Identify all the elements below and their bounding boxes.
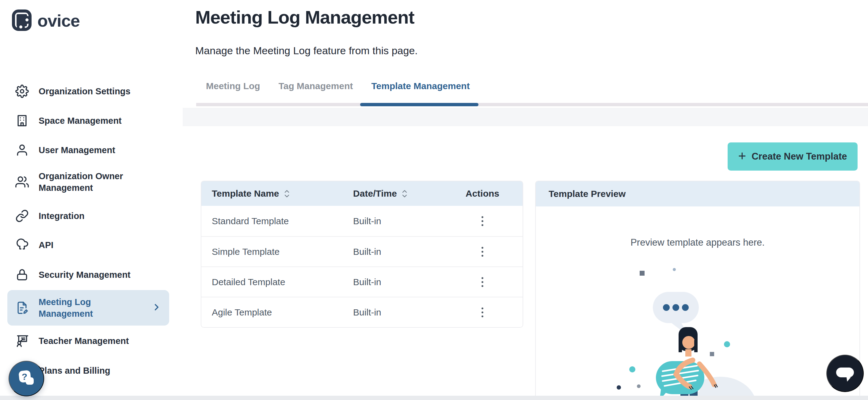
help-button[interactable]: ?: [8, 361, 44, 396]
sidebar-item-organization-owner-management[interactable]: Organization Owner Management: [7, 165, 169, 199]
app-window: ovice Organization Settings Space Manage…: [0, 0, 868, 400]
building-icon: [15, 113, 29, 128]
column-header-actions: Actions: [442, 188, 523, 199]
sidebar-item-security-management[interactable]: Security Management: [7, 265, 169, 285]
sort-icon[interactable]: [402, 190, 407, 198]
page-subtitle: Manage the Meeting Log feature from this…: [195, 45, 418, 57]
sidebar-item-label: Integration: [39, 210, 85, 222]
lock-icon: [15, 267, 29, 282]
table-row[interactable]: Simple Template Built-in: [202, 236, 523, 266]
active-tab-indicator: [360, 103, 478, 106]
sidebar-item-label: Plans and Billing: [39, 365, 110, 376]
preview-panel-title: Template Preview: [536, 181, 860, 206]
sidebar-item-label: Organization Settings: [39, 86, 130, 97]
plus-icon: +: [738, 149, 746, 163]
table-row[interactable]: Detailed Template Built-in: [202, 266, 523, 297]
sidebar-item-api[interactable]: API: [7, 235, 169, 255]
document-edit-icon: [15, 300, 29, 315]
template-name-cell: Simple Template: [202, 246, 343, 257]
help-bubble-icon: ?: [16, 368, 37, 389]
table-row[interactable]: Standard Template Built-in: [202, 206, 523, 236]
sidebar-item-label: Meeting Log Management: [39, 296, 142, 320]
sidebar-item-label: Teacher Management: [39, 335, 129, 347]
table-row[interactable]: Agile Template Built-in: [202, 297, 523, 327]
template-table: Template Name Date/Time Actions: [201, 181, 523, 328]
datetime-cell: Built-in: [343, 307, 442, 318]
main-content: Meeting Log Management Manage the Meetin…: [183, 0, 868, 400]
sidebar: ovice Organization Settings Space Manage…: [0, 0, 183, 400]
datetime-cell: Built-in: [343, 246, 442, 257]
sidebar-item-space-management[interactable]: Space Management: [7, 111, 169, 131]
row-actions-menu-icon[interactable]: [476, 304, 488, 320]
datetime-cell: Built-in: [343, 216, 442, 226]
create-button-label: Create New Template: [751, 151, 847, 162]
sidebar-item-teacher-management[interactable]: Teacher Management: [7, 331, 169, 351]
sidebar-item-label: Organization Owner Management: [39, 170, 162, 194]
tab-track: [196, 103, 868, 106]
ovice-logo[interactable]: ovice: [12, 8, 80, 32]
sidebar-item-integration[interactable]: Integration: [7, 206, 169, 226]
column-header-date-time: Date/Time: [343, 188, 442, 199]
datetime-cell: Built-in: [343, 277, 442, 287]
sort-icon[interactable]: [284, 190, 290, 198]
column-header-template-name: Template Name: [202, 188, 343, 199]
chat-launcher-button[interactable]: [826, 355, 864, 392]
link-icon: [15, 208, 29, 223]
tab-bar: Meeting Log Tag Management Template Mana…: [206, 81, 470, 100]
sidebar-item-label: User Management: [39, 144, 115, 156]
sidebar-item-user-management[interactable]: User Management: [7, 140, 169, 160]
content-background-band: [181, 108, 868, 126]
preview-panel-body: Preview template appears here.: [536, 206, 860, 400]
users-icon: [15, 174, 29, 189]
empty-preview-illustration: [588, 253, 809, 400]
table-header-row: Template Name Date/Time Actions: [202, 181, 523, 206]
sidebar-item-label: API: [39, 239, 53, 251]
brand-name: ovice: [37, 11, 80, 31]
template-name-cell: Standard Template: [202, 216, 343, 226]
svg-text:?: ?: [22, 371, 27, 381]
sidebar-item-label: Space Management: [39, 115, 122, 127]
chevron-right-icon: [151, 302, 162, 313]
sidebar-item-organization-settings[interactable]: Organization Settings: [7, 81, 169, 101]
row-actions-menu-icon[interactable]: [476, 213, 488, 229]
tab-meeting-log[interactable]: Meeting Log: [206, 81, 260, 100]
window-bottom-edge: [0, 396, 868, 400]
row-actions-menu-icon[interactable]: [476, 274, 488, 290]
preview-placeholder-text: Preview template appears here.: [536, 237, 860, 248]
sidebar-item-label: Security Management: [39, 269, 130, 280]
gear-icon: [15, 84, 29, 99]
ovice-logo-icon: [12, 8, 34, 32]
template-name-cell: Detailed Template: [202, 277, 343, 287]
user-icon: [15, 143, 29, 158]
tab-template-management[interactable]: Template Management: [371, 81, 470, 100]
template-preview-panel: Template Preview Preview template appear…: [535, 181, 860, 400]
template-name-cell: Agile Template: [202, 307, 343, 318]
page-title: Meeting Log Management: [195, 7, 414, 28]
cloud-icon: [15, 238, 29, 253]
row-actions-menu-icon[interactable]: [476, 244, 488, 260]
chat-bubble-icon: [835, 363, 855, 384]
create-new-template-button[interactable]: + Create New Template: [727, 142, 858, 171]
tab-tag-management[interactable]: Tag Management: [279, 81, 353, 100]
presentation-icon: [15, 334, 29, 348]
sidebar-item-meeting-log-management[interactable]: Meeting Log Management: [7, 290, 169, 326]
